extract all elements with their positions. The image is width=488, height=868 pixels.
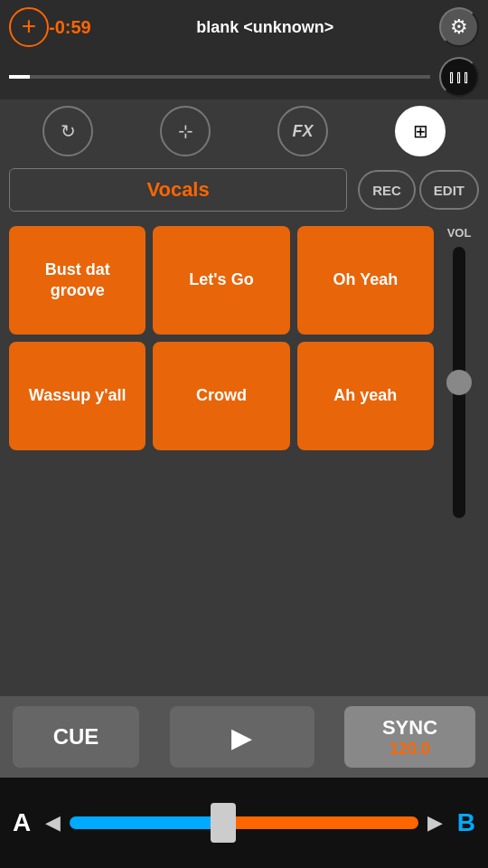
controls-row: ↻ ⊹ FX ⊞ (0, 99, 488, 163)
transport-row: CUE ▶ SYNC 120.0 (0, 696, 488, 778)
pad-2[interactable]: Let's Go (153, 226, 289, 335)
loop-icon: ↻ (61, 120, 76, 142)
crossfader-label-b: B (443, 808, 475, 837)
pad-2-label: Let's Go (189, 269, 253, 290)
top-bar: + -0:59 blank <unknown> ⚙ (0, 0, 488, 54)
deck-name-text: Vocals (146, 178, 209, 202)
crossfader-left-arrow[interactable]: ◀ (45, 811, 61, 835)
pad-6[interactable]: Ah yeah (297, 342, 434, 450)
pad-5-label: Crowd (196, 385, 247, 406)
crossfader-right-arrow[interactable]: ▶ (427, 811, 443, 835)
track-title: blank <unknown> (91, 18, 439, 37)
edit-button[interactable]: EDIT (419, 170, 479, 210)
timer-display: -0:59 (49, 17, 91, 38)
vol-label: VOL (447, 226, 472, 240)
pad-3[interactable]: Oh Yeah (297, 226, 434, 335)
fx-button[interactable]: FX (277, 106, 328, 156)
pad-3-label: Oh Yeah (333, 269, 398, 290)
settings-button[interactable]: ⚙ (439, 7, 479, 47)
play-button[interactable]: ▶ (170, 706, 314, 768)
add-button[interactable]: + (9, 7, 49, 47)
gear-icon: ⚙ (450, 15, 468, 39)
sync-button[interactable]: SYNC 120.0 (344, 706, 475, 768)
vol-section: VOL (434, 226, 479, 518)
waveform-button[interactable]: ⫿⫿⫿ (439, 57, 479, 97)
deck-name-box: Vocals (9, 168, 347, 212)
crossfader-row: A ◀ ▶ B (0, 778, 488, 868)
sync-bpm: 120.0 (389, 740, 430, 759)
progress-bar[interactable] (9, 75, 430, 79)
grid-icon: ⊞ (413, 120, 428, 142)
grid-button[interactable]: ⊞ (395, 106, 446, 156)
eq-icon: ⊹ (178, 120, 193, 142)
pad-4-label: Wassup y'all (29, 385, 127, 406)
sync-label: SYNC (382, 716, 437, 740)
progress-area: ⫿⫿⫿ (0, 54, 488, 99)
pad-6-label: Ah yeah (333, 385, 397, 406)
eq-button[interactable]: ⊹ (160, 106, 211, 156)
vol-slider-thumb[interactable] (446, 370, 472, 395)
plus-icon: + (22, 14, 36, 39)
pad-1-label: Bust dat groove (18, 259, 136, 302)
vol-slider[interactable] (453, 247, 465, 518)
play-icon: ▶ (231, 722, 252, 753)
waveform-icon: ⫿⫿⫿ (448, 68, 470, 87)
fx-label: FX (292, 122, 313, 141)
pads-grid: Bust dat groove Let's Go Oh Yeah Wassup … (9, 226, 434, 450)
pads-vol-section: Bust dat groove Let's Go Oh Yeah Wassup … (0, 217, 488, 527)
pad-5[interactable]: Crowd (153, 342, 289, 450)
cue-label: CUE (53, 724, 99, 750)
crossfader-track[interactable] (70, 816, 418, 829)
pad-1[interactable]: Bust dat groove (9, 226, 145, 335)
loop-button[interactable]: ↻ (42, 106, 93, 156)
deck-name-row: Vocals REC EDIT (0, 163, 488, 217)
rec-button[interactable]: REC (358, 170, 416, 210)
crossfader-label-a: A (13, 808, 45, 837)
pad-4[interactable]: Wassup y'all (9, 342, 145, 450)
crossfader-thumb[interactable] (211, 803, 236, 843)
progress-fill (9, 75, 30, 79)
cue-button[interactable]: CUE (13, 706, 139, 768)
